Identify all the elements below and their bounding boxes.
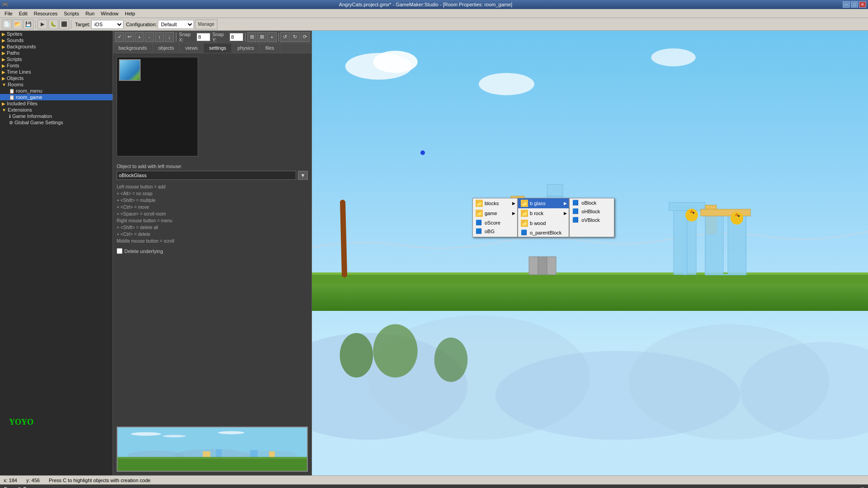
ctx-item-oscore[interactable]: 🟦 oScore (473, 218, 517, 227)
ctx-item-blocks[interactable]: 📁 blocks (473, 198, 517, 208)
minimize-button[interactable]: ─ (843, 1, 850, 8)
debug-button[interactable]: 🐛 (48, 19, 58, 29)
instr-space: + <Space> = scroll room (117, 211, 308, 217)
open-button[interactable]: 📂 (13, 19, 23, 29)
ctx-oparentblock-label: o_parentBlock (530, 230, 561, 235)
tree-item-fonts[interactable]: ▶ Fonts (0, 62, 113, 69)
tab-views[interactable]: views (180, 43, 204, 53)
stop-button[interactable]: ⬛ (59, 19, 69, 29)
room-tb-refresh[interactable]: ↺ (280, 32, 289, 42)
new-button[interactable]: 📄 (2, 19, 12, 29)
room-tb-undo[interactable]: ↩ (125, 32, 134, 42)
title-text: AngryCats.project.gmx* - GameMaker:Studi… (9, 2, 843, 7)
menu-resources[interactable]: Resources (31, 10, 61, 17)
room-tb-grid[interactable]: ⊞ (247, 32, 256, 42)
room-tb-add[interactable]: + (135, 32, 144, 42)
menu-help[interactable]: Help (122, 10, 138, 17)
tree-item-timelines[interactable]: ▶ Time Lines (0, 69, 113, 75)
tab-settings[interactable]: settings (203, 43, 232, 53)
tab-physics[interactable]: physics (232, 43, 260, 53)
svg-point-22 (340, 333, 373, 377)
folder-icon: 📁 (521, 220, 528, 227)
tree-item-sprites[interactable]: ▶ Sprites (0, 31, 113, 37)
svg-point-26 (373, 51, 417, 73)
menu-window[interactable]: Window (98, 10, 121, 17)
context-menu-level2: 📁 b glass 📁 b rock 📁 b wood 🟦 (518, 198, 569, 237)
window-controls: ─ □ ✕ (843, 1, 866, 8)
save-button[interactable]: 💾 (24, 19, 33, 29)
room-tb-refresh2[interactable]: ↻ (291, 32, 300, 42)
instructions-text: Left mouse button = add + <Alt> = no sna… (117, 183, 308, 244)
ctx-item-bwood[interactable]: 📁 b wood (518, 218, 569, 228)
snap-x-input[interactable] (197, 33, 210, 41)
menu-file[interactable]: File (2, 10, 15, 17)
compile-form-title: CompileForm (4, 486, 36, 488)
folder-icon: ▼ (2, 82, 6, 87)
folder-icon: ▶ (2, 63, 5, 68)
room-tb-dot[interactable]: • (267, 32, 276, 42)
play-button[interactable]: ▶ (38, 19, 47, 29)
tree-item-room-menu[interactable]: 📋 room_menu (0, 88, 113, 94)
tree-label-rooms: Rooms (8, 82, 24, 87)
tab-objects[interactable]: objects (153, 43, 180, 53)
manage-button[interactable]: Manage (195, 19, 217, 29)
game-canvas[interactable]: 📁 blocks 📁 game 🟦 oScore 🟦 (312, 31, 868, 475)
ctx-item-oparentblock[interactable]: 🟦 o_parentBlock (518, 228, 569, 237)
close-button[interactable]: ✕ (859, 1, 866, 8)
tree-item-scripts[interactable]: ▶ Scripts (0, 56, 113, 62)
tree-item-game-info[interactable]: ℹ Game Information (0, 113, 113, 119)
room-tb-check[interactable]: ✓ (115, 32, 124, 42)
tab-backgrounds[interactable]: backgrounds (113, 43, 153, 53)
sprite-icon: 🟦 (476, 220, 483, 225)
tree-item-room-game[interactable]: 📋 room_game (0, 94, 113, 100)
menu-scripts[interactable]: Scripts (61, 10, 82, 17)
background-thumbnail[interactable] (119, 59, 141, 81)
tree-item-global-settings[interactable]: ⚙ Global Game Settings (0, 119, 113, 126)
toolbar-separator-2 (71, 20, 71, 29)
config-select[interactable]: Default (158, 20, 194, 29)
ctx-item-brock[interactable]: 📁 b rock (518, 208, 569, 218)
maximize-button[interactable]: □ (851, 1, 858, 8)
snap-y-input[interactable] (230, 33, 243, 41)
ctx-item-bglass[interactable]: 📁 b glass (518, 198, 569, 208)
ctx-item-obg[interactable]: 🟦 oBG (473, 227, 517, 235)
folder-icon: ▶ (2, 101, 5, 106)
app-icon: 🎮 (2, 1, 9, 8)
folder-icon: ▶ (2, 38, 5, 43)
room-tb-grid2[interactable]: ⊠ (257, 32, 266, 42)
ctx-item-ohblock[interactable]: 🟦 oHBlock (570, 207, 614, 216)
ctx-item-game[interactable]: 📁 game (473, 208, 517, 218)
tree-item-backgrounds[interactable]: ▶ Backgrounds (0, 43, 113, 50)
target-select[interactable]: iOS Windows Android (91, 20, 123, 29)
tab-files[interactable]: files (260, 43, 280, 53)
room-tb-refresh3[interactable]: ⟳ (301, 32, 310, 42)
room-tb-down[interactable]: ↓ (165, 32, 174, 42)
ctx-item-oblock[interactable]: 🟦 oBlock (570, 198, 614, 207)
sprite-icon: 🟦 (572, 208, 580, 214)
delete-underlying-checkbox[interactable] (117, 248, 123, 254)
tree-item-objects[interactable]: ▶ Objects (0, 75, 113, 81)
tree-label-room-game: room_game (16, 94, 42, 100)
room-tb-up[interactable]: ↑ (155, 32, 164, 42)
room-toolbar: ✓ ↩ + - ↑ ↓ Snap X: Snap Y: ⊞ ⊠ • ↺ ↻ ⟳ (113, 31, 311, 43)
room-tb-remove[interactable]: - (145, 32, 154, 42)
tree-item-sounds[interactable]: ▶ Sounds (0, 37, 113, 43)
ctx-bglass-label: b glass (530, 201, 546, 206)
object-add-label: Object to add with left mouse: (117, 164, 308, 169)
object-browse-button[interactable]: ▼ (298, 171, 308, 180)
compile-close-button[interactable]: ✕ (860, 486, 864, 488)
tree-item-paths[interactable]: ▶ Paths (0, 50, 113, 56)
folder-icon: ▶ (2, 51, 5, 56)
tree-item-extensions[interactable]: ▼ Extensions (0, 107, 113, 113)
context-menu[interactable]: 📁 blocks 📁 game 🟦 oScore 🟦 (472, 198, 614, 237)
ctx-item-ovblock[interactable]: 🟦 oVBlock (570, 216, 614, 224)
object-name-input[interactable] (117, 171, 296, 180)
menu-edit[interactable]: Edit (16, 10, 30, 17)
tree-item-included-files[interactable]: ▶ Included Files (0, 100, 113, 107)
svg-rect-7 (118, 458, 307, 471)
svg-rect-41 (529, 257, 538, 275)
svg-point-27 (479, 73, 534, 95)
svg-rect-54 (705, 211, 723, 275)
tree-item-rooms[interactable]: ▼ Rooms (0, 81, 113, 88)
menu-run[interactable]: Run (83, 10, 97, 17)
